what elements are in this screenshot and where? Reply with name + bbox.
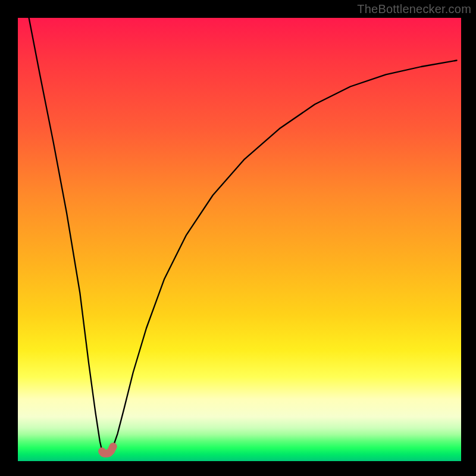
plot-area — [18, 18, 461, 461]
chart-svg — [18, 18, 461, 461]
watermark-text: TheBottlenecker.com — [357, 2, 471, 16]
bottleneck-curve — [29, 18, 457, 453]
chart-frame: TheBottlenecker.com — [0, 0, 476, 476]
optimal-marker — [102, 446, 114, 453]
